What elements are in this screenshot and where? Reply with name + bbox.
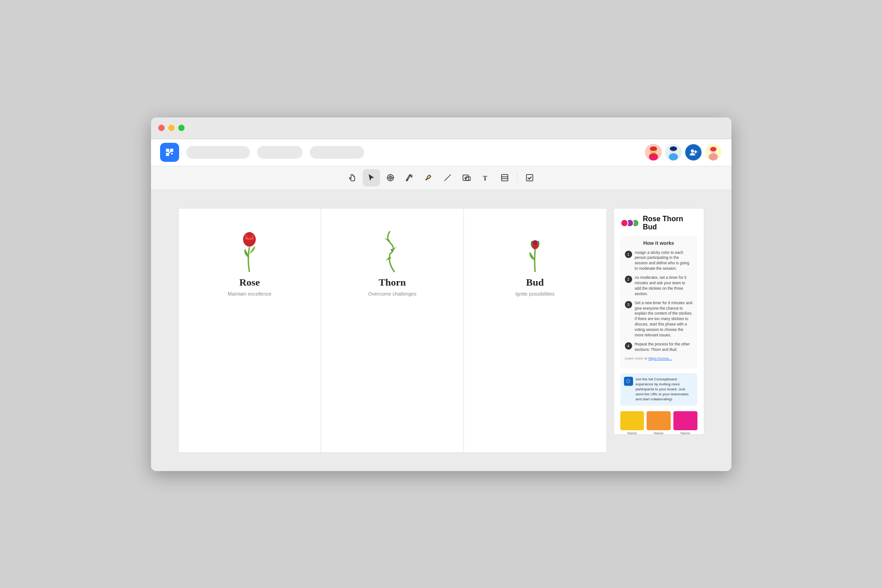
thorn-illustration [374, 222, 410, 277]
step-1-text: Assign a sticky color to each person par… [635, 250, 693, 272]
avatar-2[interactable] [664, 143, 682, 161]
nav-pill-2[interactable] [257, 146, 302, 159]
thorn-section: Thorn Overcome challenges [321, 208, 463, 453]
hand-tool[interactable] [344, 169, 361, 186]
svg-rect-20 [502, 175, 508, 181]
sticky-color-0 [620, 411, 644, 430]
nav-pill-1[interactable] [186, 146, 250, 159]
sticky-color-2 [673, 411, 697, 430]
info-panel-title: Rose Thorn Bud [643, 215, 697, 231]
step-4-num: 4 [625, 342, 632, 350]
svg-text:T: T [483, 175, 487, 182]
image-tool[interactable] [458, 169, 475, 186]
step-1-num: 1 [625, 251, 632, 258]
how-it-works-header: How it works [625, 240, 693, 246]
step-2: 2 As moderator, set a timer for 5 minute… [625, 275, 693, 297]
title-bar [151, 117, 731, 139]
avatar-1[interactable] [644, 143, 663, 161]
sticky-color-1 [647, 411, 671, 430]
step-4: 4 Repeat the process for the other secti… [625, 342, 693, 353]
nav-pill-3[interactable] [310, 146, 364, 159]
svg-line-16 [444, 175, 451, 181]
sticky-tool[interactable] [496, 169, 513, 186]
sticky-note-1: Name [647, 411, 671, 435]
step-3: 3 Set a new timer for 8 minutes and give… [625, 301, 693, 338]
text-tool[interactable]: T [477, 169, 494, 186]
svg-point-3 [649, 153, 658, 160]
step-4-text: Repeat the process for the other section… [635, 342, 693, 353]
svg-rect-23 [526, 175, 533, 181]
step-2-text: As moderator, set a timer for 5 minutes … [635, 275, 693, 297]
svg-point-0 [169, 151, 171, 153]
svg-point-9 [670, 146, 677, 151]
step-2-num: 2 [625, 276, 632, 283]
avatar-3[interactable] [704, 143, 722, 161]
thorn-subtitle: Overcome challenges [368, 291, 416, 296]
bud-title: Bud [526, 277, 544, 288]
bud-illustration [517, 222, 553, 277]
logo-button[interactable] [160, 143, 179, 162]
sticky-grid: NameNameNameNameNameNameNameNameName [620, 411, 697, 435]
highlight-tool[interactable] [420, 169, 437, 186]
svg-point-14 [709, 153, 718, 160]
promo-icon: ⬡ [624, 377, 633, 386]
toolbar-divider [517, 172, 517, 183]
info-panel-header: Rose Thorn Bud [620, 215, 697, 231]
check-tool[interactable] [521, 169, 538, 186]
thorn-title: Thorn [379, 277, 406, 288]
avatar-group [644, 143, 722, 161]
toolbar: T [151, 166, 731, 190]
nav-bar [151, 139, 731, 166]
close-button[interactable] [158, 125, 165, 131]
bubble-icons [620, 219, 639, 227]
learn-more-text: Learn more at https://conce... [625, 356, 693, 360]
rose-illustration [231, 222, 268, 277]
add-user-button[interactable] [684, 143, 702, 161]
step-3-text: Set a new timer for 8 minutes and give e… [635, 301, 693, 338]
bud-subtitle: Ignite possibilities [516, 291, 555, 296]
line-tool[interactable] [439, 169, 456, 186]
sticky-note-2: Name [673, 411, 697, 435]
svg-point-8 [669, 153, 678, 160]
info-panel: Rose Thorn Bud How it works 1 Assign a s… [614, 208, 704, 435]
step-1: 1 Assign a sticky color to each person p… [625, 250, 693, 272]
svg-point-5 [650, 146, 657, 151]
sticky-label-2: Name [681, 431, 690, 435]
rose-subtitle: Maintain excellence [228, 291, 272, 296]
application-window: T [151, 117, 731, 471]
promo-text: Get the full Conceptboard experience by … [636, 377, 694, 402]
svg-point-10 [691, 150, 694, 153]
svg-point-27 [247, 233, 252, 236]
minimize-button[interactable] [168, 125, 175, 131]
sticky-label-1: Name [654, 431, 663, 435]
rose-title: Rose [239, 277, 260, 288]
canvas-area: Rose Maintain excellence Thorn Overcome … [151, 190, 731, 471]
learn-more-link[interactable]: https://conce... [648, 356, 672, 360]
promo-box: ⬡ Get the full Conceptboard experience b… [620, 373, 697, 406]
pen-tool[interactable] [401, 169, 418, 186]
step-3-num: 3 [625, 301, 632, 308]
svg-point-29 [532, 240, 538, 245]
select-tool[interactable] [363, 169, 380, 186]
shape-tool[interactable] [382, 169, 399, 186]
svg-point-13 [710, 147, 716, 151]
maximize-button[interactable] [178, 125, 185, 131]
sticky-label-0: Name [627, 431, 637, 435]
rose-section: Rose Maintain excellence [178, 208, 321, 453]
sticky-note-0: Name [620, 411, 644, 435]
bud-section: Bud Ignite possibilities [463, 208, 606, 453]
bubble-pink [620, 219, 629, 227]
